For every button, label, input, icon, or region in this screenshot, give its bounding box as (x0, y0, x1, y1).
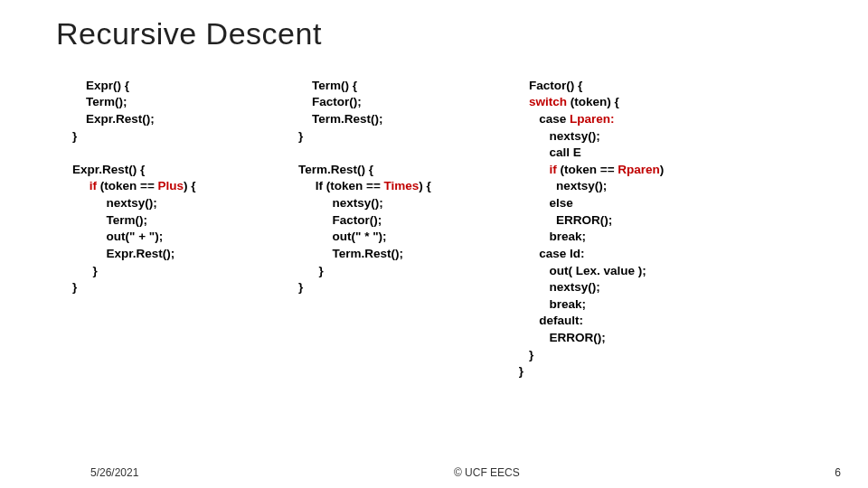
code-columns: Expr() { Term(); Expr.Rest(); } Expr.Res… (0, 61, 868, 398)
kw-plus: Plus (158, 179, 184, 192)
kw-switch: switch (529, 95, 567, 108)
kw-times: Times (384, 179, 420, 192)
expr-block: Expr() { Term(); Expr.Rest(); } (72, 79, 155, 143)
footer-page: 6 (835, 466, 841, 479)
expr-rest-mid2: ) { nextsy(); Term(); out(" + "); Expr.R… (72, 179, 196, 294)
factor-l4: (token == (557, 163, 618, 176)
kw-lparen: Lparen: (570, 112, 615, 126)
footer-center: © UCF EECS (454, 466, 520, 479)
term-rest-open: Term.Rest() { If (token == (298, 163, 384, 193)
footer-date: 5/26/2021 (90, 466, 138, 479)
term-rest-mid: ) { nextsy(); Factor(); out(" * "); Term… (298, 179, 431, 294)
term-block: Term() { Factor(); Term.Rest(); } (298, 79, 383, 143)
expr-rest-mid1: (token == (97, 179, 158, 192)
column-term: Term() { Factor(); Term.Rest(); } Term.R… (298, 61, 515, 398)
kw-rparen: Rparen (618, 163, 660, 176)
factor-l5: ) nextsy(); else ERROR(); break; case Id… (515, 163, 664, 379)
kw-if-2: if (550, 163, 557, 176)
slide-title: Recursive Descent (0, 0, 868, 61)
column-expr: Expr() { Term(); Expr.Rest(); } Expr.Res… (72, 61, 298, 398)
column-factor: Factor() { switch (token) { case Lparen:… (515, 61, 750, 398)
slide-footer: 5/26/2021 © UCF EECS 6 (0, 466, 868, 479)
kw-if: if (90, 179, 97, 192)
